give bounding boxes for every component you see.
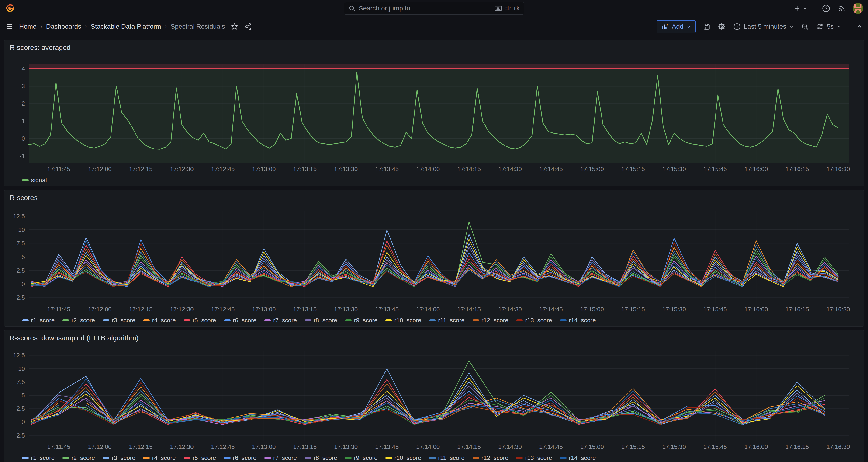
save-dashboard-button[interactable] (703, 23, 711, 31)
x-axis-tick-label: 17:12:30 (170, 306, 193, 312)
add-button[interactable]: Add (656, 20, 696, 33)
legend-swatch (265, 319, 271, 321)
legend-swatch (345, 319, 351, 321)
legend-item-r7_score[interactable]: r7_score (265, 317, 297, 324)
legend-swatch (184, 319, 190, 321)
panel-rscores-downsampled: R-scores: downsampled (LTTB algorithm) 1… (4, 330, 864, 462)
x-axis-tick-label: 17:15:00 (580, 306, 604, 312)
search-input[interactable]: Search or jump to... ctrl+k (344, 2, 524, 15)
legend-item-r12_score[interactable]: r12_score (473, 317, 508, 324)
legend-swatch (22, 179, 29, 181)
news-button[interactable] (837, 4, 846, 12)
legend-item-r5_score[interactable]: r5_score (184, 454, 216, 462)
legend-swatch (184, 457, 190, 459)
y-axis-tick-label: 7.5 (17, 379, 25, 385)
legend-item-r13_score[interactable]: r13_score (516, 454, 552, 462)
legend-swatch (429, 319, 436, 321)
collapse-toolbar-button[interactable] (856, 23, 863, 30)
refresh-button[interactable]: 5s (816, 23, 842, 31)
search-icon (348, 5, 355, 12)
legend-item-r10_score[interactable]: r10_score (385, 317, 421, 324)
legend-item-r1_score[interactable]: r1_score (22, 317, 55, 324)
legend-item-r6_score[interactable]: r6_score (224, 317, 256, 324)
legend-item-r14_score[interactable]: r14_score (560, 317, 596, 324)
x-axis-tick-label: 17:12:15 (129, 306, 153, 312)
x-axis-tick-label: 17:14:30 (498, 443, 522, 450)
legend-item-r9_score[interactable]: r9_score (345, 454, 377, 462)
legend-swatch (473, 319, 479, 321)
breadcrumb-item[interactable]: Dashboards (46, 23, 81, 30)
legend-item-r3_score[interactable]: r3_score (103, 317, 135, 324)
top-nav: Search or jump to... ctrl+k (0, 0, 868, 17)
save-icon (703, 23, 711, 31)
x-axis-tick-label: 17:14:30 (498, 306, 522, 312)
legend-label: r12_score (482, 317, 508, 324)
legend-label: r4_score (152, 454, 176, 462)
legend-item-r14_score[interactable]: r14_score (560, 454, 596, 462)
legend-item-r13_score[interactable]: r13_score (516, 317, 552, 324)
chevron-down-icon (803, 6, 808, 11)
legend-label: r7_score (273, 317, 297, 324)
legend-item-r1_score[interactable]: r1_score (22, 454, 55, 462)
legend-label: r7_score (273, 454, 297, 462)
menu-icon[interactable] (5, 22, 13, 31)
search-shortcut: ctrl+k (495, 5, 520, 12)
legend-item-r5_score[interactable]: r5_score (184, 317, 216, 324)
legend-item-r4_score[interactable]: r4_score (143, 454, 176, 462)
help-button[interactable] (822, 4, 830, 12)
panel-rscores: R-scores 12.5107.552.50-2.517:11:4517:12… (4, 190, 864, 327)
timeseries-chart[interactable]: 12.5107.552.50-2.517:11:4517:12:0017:12:… (9, 205, 859, 314)
legend-item-r10_score[interactable]: r10_score (385, 454, 421, 462)
legend-label: r6_score (233, 317, 256, 324)
x-axis-tick-label: 17:14:30 (498, 166, 522, 172)
legend-swatch (103, 319, 110, 321)
y-axis-tick-label: 1 (22, 118, 25, 124)
avatar[interactable] (852, 3, 863, 14)
dashboard-settings-button[interactable] (718, 22, 726, 31)
legend-item-r9_score[interactable]: r9_score (345, 317, 377, 324)
legend-item-r11_score[interactable]: r11_score (429, 454, 465, 462)
x-axis-tick-label: 17:13:30 (334, 306, 358, 312)
share-icon[interactable] (244, 23, 252, 31)
new-menu-button[interactable] (793, 4, 808, 12)
chevron-down-icon (789, 24, 794, 29)
panel-title[interactable]: R-scores (9, 190, 859, 205)
grafana-logo-icon[interactable] (5, 3, 16, 13)
x-axis-tick-label: 17:16:00 (744, 443, 768, 450)
y-axis-tick-label: 0 (22, 419, 25, 425)
legend-item-r6_score[interactable]: r6_score (224, 454, 256, 462)
x-axis-tick-label: 17:16:15 (785, 443, 809, 450)
star-icon[interactable] (230, 23, 239, 31)
legend-item-r12_score[interactable]: r12_score (473, 454, 508, 462)
panel-title[interactable]: R-scores: downsampled (LTTB algorithm) (9, 331, 859, 345)
x-axis-tick-label: 17:14:00 (416, 166, 440, 172)
time-range-label: Last 5 minutes (744, 23, 786, 30)
legend-item-r3_score[interactable]: r3_score (103, 454, 135, 462)
refresh-interval-label: 5s (827, 23, 834, 30)
legend-label: r1_score (31, 317, 55, 324)
panel-title[interactable]: R-scores: averaged (9, 40, 859, 55)
legend-label: r3_score (112, 454, 135, 462)
breadcrumb-item[interactable]: Stackable Data Platform (91, 23, 161, 30)
timeseries-chart[interactable]: 43210-117:11:4517:12:0017:12:1517:12:301… (9, 55, 859, 174)
x-axis-tick-label: 17:15:30 (662, 166, 686, 172)
legend-item-r8_score[interactable]: r8_score (305, 454, 337, 462)
breadcrumb: Home›Dashboards›Stackable Data Platform›… (19, 23, 225, 30)
legend-item-r8_score[interactable]: r8_score (305, 317, 337, 324)
x-axis-tick-label: 17:15:45 (704, 443, 727, 450)
timeseries-chart[interactable]: 12.5107.552.50-2.517:11:4517:12:0017:12:… (9, 345, 859, 452)
x-axis-tick-label: 17:11:45 (47, 306, 70, 312)
legend-item-r7_score[interactable]: r7_score (265, 454, 297, 462)
legend-item-signal[interactable]: signal (22, 177, 47, 184)
breadcrumb-item[interactable]: Home (19, 23, 37, 30)
legend-item-r4_score[interactable]: r4_score (143, 317, 176, 324)
legend-item-r2_score[interactable]: r2_score (62, 317, 95, 324)
x-axis-tick-label: 17:13:45 (375, 166, 399, 172)
legend-item-r2_score[interactable]: r2_score (62, 454, 95, 462)
legend-item-r11_score[interactable]: r11_score (429, 317, 465, 324)
time-range-picker[interactable]: Last 5 minutes (733, 23, 794, 31)
zoom-out-button[interactable] (801, 23, 809, 31)
y-axis-tick-label: 0 (22, 135, 25, 142)
x-axis-tick-label: 17:13:30 (334, 443, 358, 450)
legend-swatch (516, 457, 523, 459)
